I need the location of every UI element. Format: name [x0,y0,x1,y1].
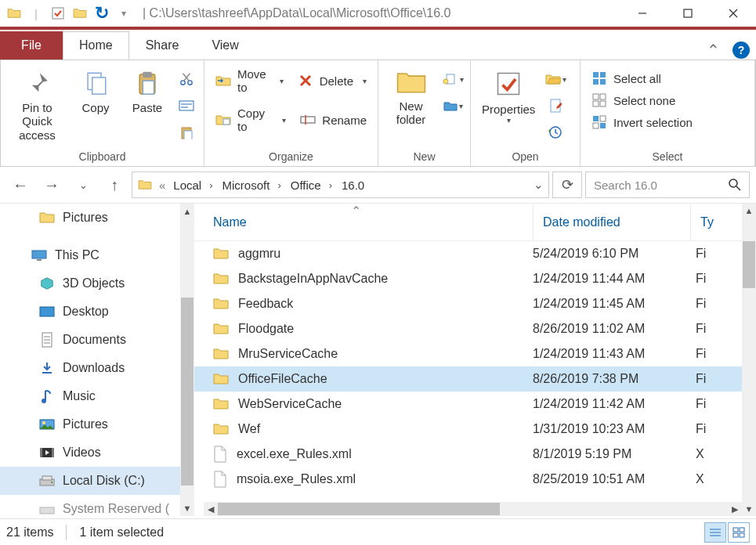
refresh-button[interactable]: ⟳ [552,171,582,198]
copy-to-button[interactable]: Copy to ▾ [211,104,291,135]
select-none-button[interactable]: Select none [587,90,697,110]
up-button[interactable]: ↑ [100,171,128,199]
table-row[interactable]: msoia.exe_Rules.xml8/25/2019 10:51 AMX [194,467,756,492]
group-select: Select all Select none Invert selection … [581,60,755,166]
new-item-button[interactable]: ▾ [442,68,464,90]
scroll-down-icon[interactable]: ▼ [742,502,756,516]
svg-rect-8 [143,72,151,78]
view-large-icons-button[interactable] [728,522,750,543]
cut-button[interactable] [175,68,197,90]
search-box[interactable]: Search 16.0 [585,171,750,198]
invert-selection-button[interactable]: Invert selection [587,112,697,132]
svg-rect-54 [52,448,54,457]
breadcrumb-item[interactable]: Local› [172,179,217,192]
scroll-right-icon[interactable]: ▶ [728,504,742,514]
select-all-button[interactable]: Select all [587,68,697,88]
tab-file[interactable]: File [0,31,63,60]
delete-button[interactable]: Delete ▾ [293,65,371,96]
scroll-thumb[interactable] [218,503,500,515]
breadcrumb-dropdown-icon[interactable]: ⌄ [534,178,544,192]
table-row[interactable]: Floodgate8/26/2019 11:02 AMFi [194,316,756,341]
scroll-thumb[interactable] [743,241,755,288]
paste-shortcut-button[interactable] [175,121,197,143]
select-none-icon [591,92,607,108]
properties-qat-icon[interactable] [49,4,67,23]
back-button[interactable]: ← [6,171,34,199]
status-selected-count: 1 item selected [79,525,164,540]
chevron-right-icon[interactable]: › [326,179,335,191]
table-row[interactable]: WebServiceCache1/24/2019 11:42 AMFi [194,392,756,417]
breadcrumb-item[interactable]: Microsoft› [221,179,286,192]
qat-customize-icon[interactable]: ▾ [114,4,133,23]
tab-home[interactable]: Home [63,31,129,60]
tab-view[interactable]: View [195,31,255,60]
table-row[interactable]: BackstageInAppNavCache1/24/2019 11:44 AM… [194,266,756,291]
pictures-icon [39,417,55,432]
folder-icon [213,298,229,310]
copy-button[interactable]: Copy [72,65,119,117]
sidebar-item-system-reserved[interactable]: System Reserved ( [0,495,194,516]
new-folder-button[interactable]: New folder [385,65,437,130]
table-row[interactable]: aggmru5/24/2019 6:10 PMFi [194,241,756,266]
pin-to-quick-access-button[interactable]: Pin to Quick access [7,65,67,145]
scroll-up-icon[interactable]: ▲ [742,204,756,218]
table-row[interactable]: Wef1/31/2019 10:23 AMFi [194,417,756,442]
rename-button[interactable]: Rename [295,104,371,135]
scroll-down-icon[interactable]: ▼ [180,500,194,516]
music-icon [39,388,55,404]
group-organize-label: Organize [211,150,371,164]
tab-share[interactable]: Share [129,31,196,60]
svg-rect-19 [223,119,230,125]
table-row[interactable]: Feedback1/24/2019 11:45 AMFi [194,291,756,316]
sidebar-item-desktop[interactable]: Desktop [0,298,194,326]
scroll-left-icon[interactable]: ◀ [204,504,218,514]
file-date: 1/24/2019 11:43 AM [533,347,696,361]
chevron-right-icon[interactable]: › [274,179,284,191]
sidebar-item-3d-objects[interactable]: 3D Objects [0,269,194,298]
sidebar-item-documents[interactable]: Documents [0,326,194,354]
scroll-thumb[interactable] [181,298,194,485]
address-bar[interactable]: « Local› Microsoft› Office› 16.0 ⌄ [132,171,549,198]
sidebar-item-pictures-2[interactable]: Pictures [0,410,194,439]
close-button[interactable] [711,0,756,27]
scroll-up-icon[interactable]: ▲ [180,204,194,219]
content-scrollbar[interactable]: ▲ ▼ [742,204,756,516]
chevron-right-icon[interactable]: › [206,179,215,191]
sidebar-item-music[interactable]: Music [0,382,194,410]
open-button[interactable]: ▾ [544,68,566,90]
help-button[interactable]: ? [732,42,750,59]
recent-locations-button[interactable]: ⌄ [69,171,97,199]
view-details-button[interactable] [704,522,726,543]
breadcrumb-overflow-icon[interactable]: « [156,179,168,192]
easy-access-button[interactable]: ▾ [442,95,464,117]
sidebar-item-downloads[interactable]: Downloads [0,354,194,382]
group-new-label: New [385,150,464,164]
minimize-button[interactable] [620,0,665,27]
breadcrumb-item[interactable]: Office› [289,179,337,192]
paste-icon [134,70,161,96]
new-folder-qat-icon[interactable] [71,4,89,23]
sidebar-item-pictures[interactable]: Pictures [0,204,194,232]
table-row[interactable]: OfficeFileCache8/26/2019 7:38 PMFi [194,366,756,392]
history-button[interactable] [544,121,566,143]
edit-button[interactable] [544,95,566,117]
table-row[interactable]: excel.exe_Rules.xml8/1/2019 5:19 PMX [194,442,756,467]
column-date[interactable]: Date modified [534,215,690,229]
horizontal-scrollbar[interactable]: ◀ ▶ [204,502,742,516]
sidebar-item-local-disk[interactable]: Local Disk (C:) [0,467,194,495]
sidebar-item-this-pc[interactable]: This PC [0,241,194,269]
breadcrumb-item[interactable]: 16.0 [340,179,366,192]
sidebar-scrollbar[interactable]: ▲ ▼ [180,204,194,516]
copy-path-button[interactable] [175,95,197,117]
forward-button[interactable]: → [38,171,66,199]
column-name[interactable]: Name [194,215,533,229]
maximize-button[interactable] [665,0,711,27]
minimize-ribbon-icon[interactable]: ⌃ [704,41,723,60]
table-row[interactable]: MruServiceCache1/24/2019 11:43 AMFi [194,341,756,366]
undo-qat-icon[interactable]: ↻ [92,4,111,23]
properties-button[interactable]: Properties▾ [477,65,540,128]
new-folder-icon [396,70,426,95]
paste-button[interactable]: Paste [124,65,171,117]
sidebar-item-videos[interactable]: Videos [0,439,194,467]
move-to-button[interactable]: Move to ▾ [211,65,288,96]
